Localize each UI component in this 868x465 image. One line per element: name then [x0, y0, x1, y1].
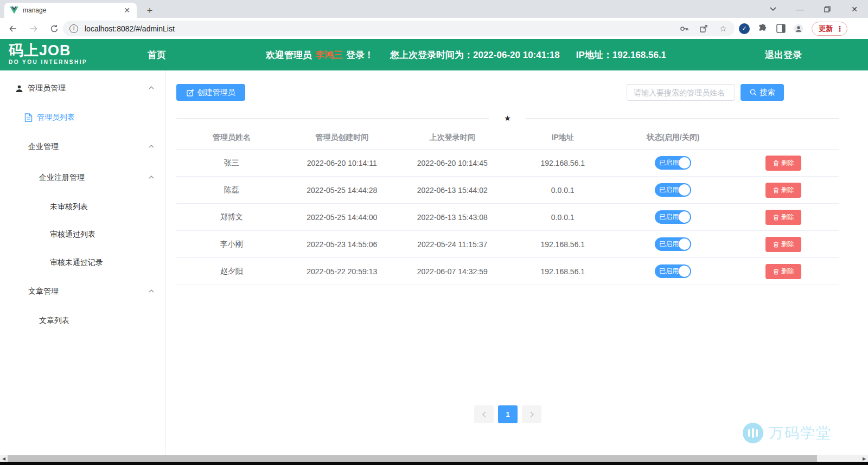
url-text[interactable]: localhost:8082/#/adminList [85, 24, 679, 33]
sidebar-item-article-management[interactable]: 文章管理 [0, 281, 165, 302]
status-toggle[interactable]: 已启用 [655, 264, 691, 278]
delete-button[interactable]: 删除 [765, 183, 801, 198]
sidebar-item-unreviewed-list[interactable]: 未审核列表 [0, 196, 165, 218]
cell-admin-name: 赵夕阳 [176, 267, 287, 276]
nav-home-link[interactable]: 首页 [148, 39, 166, 70]
window-bottom-edge [0, 462, 868, 465]
table-row: 陈磊 2022-05-25 14:44:28 2022-06-13 15:44:… [176, 177, 839, 204]
minimize-button[interactable]: — [787, 0, 814, 18]
toggle-knob [679, 157, 690, 169]
delete-button[interactable]: 删除 [765, 156, 801, 171]
toggle-knob [679, 184, 690, 196]
user-icon [15, 85, 23, 93]
admin-table: 管理员姓名 管理员创建时间 上次登录时间 IP地址 状态(启用/关闭) 张三 2… [176, 126, 839, 285]
col-header-name: 管理员姓名 [176, 133, 287, 143]
page-info-icon[interactable]: i [69, 24, 78, 33]
menu-dots-icon[interactable]: ⋮ [836, 27, 844, 31]
extensions-puzzle-icon[interactable] [758, 24, 768, 34]
cell-ip: 0.0.0.1 [508, 186, 618, 195]
reload-icon[interactable] [47, 21, 62, 36]
cell-created-time: 2022-05-22 20:59:13 [287, 267, 398, 276]
ip-text: IP地址：192.168.56.1 [576, 49, 666, 61]
restore-button[interactable] [814, 0, 841, 18]
watermark-text: 万码学堂 [769, 423, 832, 443]
browser-titlebar: manage ✕ ＋ — ✕ [0, 0, 868, 18]
chevron-up-icon [148, 175, 155, 180]
cell-ip: 192.168.56.1 [508, 240, 618, 249]
chevron-left-icon [482, 411, 487, 418]
scroll-left-icon[interactable]: ◀ [0, 455, 8, 462]
sidebar-item-rejected-list[interactable]: 审核未通过记录 [0, 252, 165, 274]
sidebar-item-admin-list[interactable]: 管理员列表 [0, 107, 165, 128]
close-window-button[interactable]: ✕ [841, 0, 868, 18]
back-icon[interactable] [5, 21, 21, 36]
search-input[interactable] [627, 84, 735, 101]
chevron-right-icon [529, 411, 534, 418]
password-key-icon[interactable] [679, 24, 689, 34]
chrome-update-button[interactable]: 更新 ⋮ [812, 22, 847, 36]
horizontal-scrollbar[interactable]: ◀ ▶ [0, 455, 868, 462]
col-header-last-login: 上次登录时间 [397, 133, 508, 143]
logo-subtitle: DO YOU INTERNSHIP [9, 59, 87, 65]
col-header-created: 管理员创建时间 [287, 133, 398, 143]
logout-button[interactable]: 退出登录 [765, 39, 802, 70]
table-row: 赵夕阳 2022-05-22 20:59:13 2022-06-07 14:32… [176, 258, 839, 285]
bookmark-star-icon[interactable]: ☆ [718, 24, 728, 34]
scroll-right-icon[interactable]: ▶ [860, 455, 868, 462]
status-toggle[interactable]: 已启用 [655, 183, 691, 197]
last-login-text: 您上次登录时间为：2022-06-20 10:41:18 [390, 49, 560, 61]
tab-search-icon[interactable] [760, 0, 787, 18]
sidebar-item-admin-management[interactable]: 管理员管理 [0, 78, 165, 99]
col-header-ip: IP地址 [508, 133, 618, 143]
share-icon[interactable] [699, 24, 709, 34]
toggle-knob [679, 211, 690, 223]
col-header-status: 状态(启用/关闭) [618, 133, 729, 143]
cell-created-time: 2022-05-25 14:44:00 [287, 213, 398, 222]
status-toggle[interactable]: 已启用 [655, 210, 691, 224]
cell-admin-name: 郑博文 [176, 212, 287, 222]
prev-page-button[interactable] [474, 405, 494, 423]
cell-ip: 0.0.0.1 [508, 213, 618, 222]
star-icon: ★ [489, 114, 526, 122]
sidebar-item-enterprise-management[interactable]: 企业管理 [0, 136, 165, 158]
sidebar-item-approved-list[interactable]: 审核通过列表 [0, 224, 165, 246]
status-toggle[interactable]: 已启用 [655, 237, 691, 251]
page-number-button[interactable]: 1 [498, 405, 518, 423]
cell-last-login: 2022-06-20 10:14:45 [397, 159, 508, 167]
trash-icon [773, 160, 779, 166]
side-panel-icon[interactable] [776, 24, 786, 34]
browser-tab[interactable]: manage ✕ [4, 3, 137, 18]
cell-ip: 192.168.56.1 [508, 267, 618, 276]
create-admin-button[interactable]: 创建管理员 [176, 84, 245, 101]
cell-last-login: 2022-05-24 11:15:37 [397, 240, 508, 249]
cell-last-login: 2022-06-13 15:43:08 [397, 213, 508, 222]
new-tab-button[interactable]: ＋ [144, 5, 155, 16]
status-toggle[interactable]: 已启用 [655, 156, 691, 170]
extension-check-badge-icon[interactable]: ✓ [739, 23, 750, 34]
welcome-message: 欢迎管理员李鸿三登录！ 您上次登录时间为：2022-06-20 10:41:18… [266, 39, 666, 70]
table-header-row: 管理员姓名 管理员创建时间 上次登录时间 IP地址 状态(启用/关闭) [176, 126, 839, 150]
app-logo: 码上JOB DO YOU INTERNSHIP [9, 42, 87, 65]
sidebar-item-article-list[interactable]: 文章列表 [0, 310, 165, 332]
trash-icon [773, 241, 779, 248]
profile-avatar-icon[interactable] [794, 24, 803, 34]
watermark-logo-icon [743, 423, 763, 443]
delete-button[interactable]: 删除 [765, 264, 801, 279]
sidebar-item-enterprise-register[interactable]: 企业注册管理 [0, 167, 165, 189]
url-bar[interactable]: i localhost:8082/#/adminList ☆ [63, 21, 735, 36]
welcome-text: 欢迎管理员李鸿三登录！ [266, 49, 374, 61]
vue-favicon-icon [10, 7, 18, 14]
main-content: 创建管理员 搜索 ★ 管理员姓名 管理员创建时间 上次登录时间 IP地址 状态(… [166, 70, 868, 455]
admin-name: 李鸿三 [315, 50, 343, 60]
next-page-button[interactable] [522, 405, 541, 423]
delete-button[interactable]: 删除 [765, 237, 801, 252]
search-button[interactable]: 搜索 [741, 84, 784, 101]
cell-ip: 192.168.56.1 [508, 159, 618, 167]
forward-icon[interactable] [26, 21, 41, 36]
tab-close-icon[interactable]: ✕ [123, 6, 131, 15]
cell-created-time: 2022-06-20 10:14:11 [287, 159, 398, 167]
cell-last-login: 2022-06-07 14:32:59 [397, 267, 508, 276]
scrollbar-thumb[interactable] [8, 455, 817, 462]
delete-button[interactable]: 删除 [765, 210, 801, 225]
cell-created-time: 2022-05-25 14:44:28 [287, 186, 398, 195]
